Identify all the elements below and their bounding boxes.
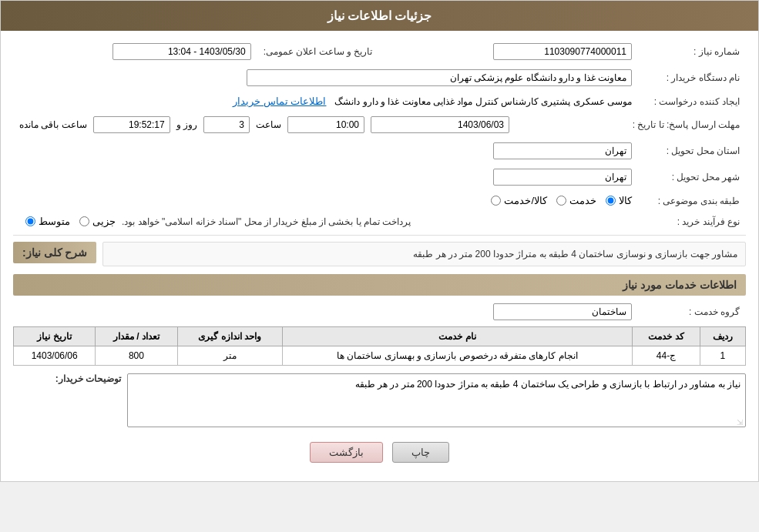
category-label: طبقه بندی موضوعی : <box>638 192 746 209</box>
announce-date-label: تاریخ و ساعت اعلان عمومی: <box>257 40 379 63</box>
print-button[interactable]: چاپ <box>392 442 449 463</box>
province-value <box>13 139 638 162</box>
resize-icon: ⇲ <box>737 418 743 427</box>
service-info-title: اطلاعات خدمات مورد نیاز <box>13 274 746 296</box>
need-desc-container: مشاور جهت بازسازی و نوسازی ساختمان 4 طبق… <box>102 242 746 266</box>
purchase-option-jozi[interactable]: جزیی <box>79 216 116 227</box>
category-options: کالا/خدمت خدمت کالا <box>13 192 638 209</box>
days-label: روز و <box>176 119 197 130</box>
purchase-option-mutavasset[interactable]: متوسط <box>25 216 70 227</box>
category-option-kala[interactable]: کالا <box>606 195 632 206</box>
creator-label: ایجاد کننده درخواست : <box>638 92 746 110</box>
contact-info-link[interactable]: اطلاعات تماس خریدار <box>233 95 326 107</box>
need-number-label: شماره نیاز : <box>638 40 746 63</box>
city-input[interactable] <box>493 169 632 186</box>
deadline-days-input[interactable] <box>203 116 250 133</box>
purchase-radio-jozi[interactable] <box>79 216 89 226</box>
top-info-grid: شماره نیاز : تاریخ و ساعت اعلان عمومی: <box>13 40 746 63</box>
time-label: ساعت <box>256 119 281 130</box>
buyer-desc-textarea[interactable]: نیاز به مشاور در ارتباط با بازسازی و طرا… <box>127 373 746 427</box>
cell-qty: 800 <box>96 346 177 366</box>
button-row: چاپ بازگشت <box>13 442 746 463</box>
deadline-date-input[interactable] <box>371 116 509 133</box>
deadline-time-input[interactable] <box>287 116 364 133</box>
deadline-remaining-label: ساعت باقی مانده <box>19 119 87 130</box>
cell-row: 1 <box>700 346 745 366</box>
deadline-label: مهلت ارسال پاسخ: تا تاریخ : <box>626 113 746 136</box>
back-button[interactable]: بازگشت <box>310 442 383 463</box>
col-header-name: نام خدمت <box>282 327 633 346</box>
buyer-org-grid: نام دستگاه خریدار : <box>13 66 746 89</box>
province-label: استان محل تحویل : <box>638 139 746 162</box>
service-group-grid: گروه خدمت : <box>13 300 746 323</box>
province-input[interactable] <box>493 142 632 159</box>
buyer-org-label: نام دستگاه خریدار : <box>638 66 746 89</box>
category-grid: طبقه بندی موضوعی : کالا/خدمت خدمت کالا <box>13 192 746 209</box>
category-option-khedmat[interactable]: خدمت <box>556 195 596 206</box>
city-label: شهر محل تحویل : <box>638 166 746 189</box>
buyer-desc-label: توضیحات خریدار: <box>13 373 121 384</box>
purchase-grid: نوع فرآیند خرید : متوسط جزیی <box>13 212 746 230</box>
purchase-radio-mutavasset[interactable] <box>25 216 35 226</box>
creator-text: موسی عسکری پشتیری کارشناس کنترل مواد غذا… <box>334 96 632 107</box>
col-header-date: تاریخ نیاز <box>14 327 96 346</box>
deadline-values: ساعت باقی مانده روز و ساعت <box>13 113 626 136</box>
table-row: 1 ج-44 انجام کارهای متفرقه درخصوص بازساز… <box>14 346 746 366</box>
need-desc-section-title: شرح کلی نیاز: <box>13 242 96 263</box>
announce-date-input[interactable] <box>113 43 251 60</box>
divider-1 <box>13 235 746 236</box>
category-radio-khedmat[interactable] <box>556 196 566 206</box>
announce-date-value <box>13 40 257 63</box>
buyer-org-value <box>13 66 638 89</box>
service-table-container: ردیف کد خدمت نام خدمت واحد اندازه گیری ت… <box>13 326 746 366</box>
service-group-value <box>13 300 638 323</box>
need-number-input[interactable] <box>493 43 632 60</box>
city-grid: شهر محل تحویل : <box>13 166 746 189</box>
col-header-unit: واحد اندازه گیری <box>177 327 282 346</box>
col-header-row: ردیف <box>700 327 745 346</box>
purchase-options: متوسط جزیی پرداخت تمام یا بخشی از مبلغ خ… <box>13 212 638 230</box>
cell-name: انجام کارهای متفرقه درخصوص بازسازی و بهس… <box>282 346 633 366</box>
content-area: شماره نیاز : تاریخ و ساعت اعلان عمومی: ن… <box>1 31 758 481</box>
page-container: جزئیات اطلاعات نیاز شماره نیاز : تاریخ و… <box>0 0 759 482</box>
deadline-remaining-input[interactable] <box>93 116 170 133</box>
col-header-qty: تعداد / مقدار <box>96 327 177 346</box>
need-number-value <box>394 40 638 63</box>
province-grid: استان محل تحویل : <box>13 139 746 162</box>
col-header-code: کد خدمت <box>633 327 700 346</box>
page-title: جزئیات اطلاعات نیاز <box>327 9 432 22</box>
creator-value: موسی عسکری پشتیری کارشناس کنترل مواد غذا… <box>13 92 638 110</box>
need-desc-text: مشاور جهت بازسازی و نوسازی ساختمان 4 طبق… <box>102 242 746 266</box>
buyer-org-input[interactable] <box>247 69 632 86</box>
category-radio-kala-khedmat[interactable] <box>491 196 501 206</box>
service-table: ردیف کد خدمت نام خدمت واحد اندازه گیری ت… <box>13 326 746 366</box>
cell-unit: متر <box>177 346 282 366</box>
city-value <box>13 166 638 189</box>
service-group-input[interactable] <box>493 303 632 320</box>
category-radio-kala[interactable] <box>606 196 616 206</box>
cell-code: ج-44 <box>633 346 700 366</box>
service-group-label: گروه خدمت : <box>638 300 746 323</box>
purchase-note-text: پرداخت تمام یا بخشی از مبلغ خریدار از مح… <box>122 216 411 227</box>
buyer-desc-container: نیاز به مشاور در ارتباط با بازسازی و طرا… <box>127 373 746 430</box>
creator-grid: ایجاد کننده درخواست : موسی عسکری پشتیری … <box>13 92 746 110</box>
cell-date: 1403/06/06 <box>14 346 96 366</box>
purchase-label: نوع فرآیند خرید : <box>638 212 746 230</box>
category-option-kala-khedmat[interactable]: کالا/خدمت <box>491 195 547 206</box>
page-header: جزئیات اطلاعات نیاز <box>1 1 758 31</box>
deadline-grid: مهلت ارسال پاسخ: تا تاریخ : ساعت باقی ما… <box>13 113 746 136</box>
